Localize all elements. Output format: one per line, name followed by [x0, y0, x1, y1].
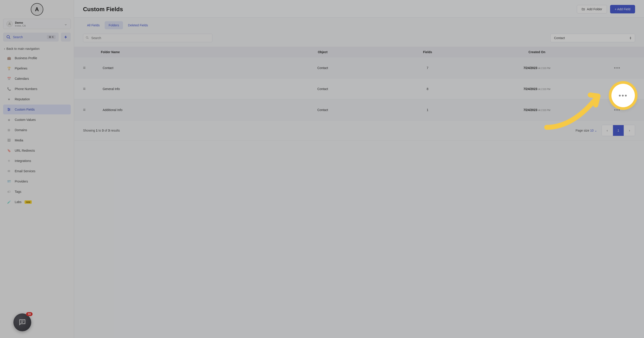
chevron-left-icon: ‹ [4, 47, 5, 51]
folder-plus-icon [582, 7, 585, 11]
svg-point-1 [7, 36, 10, 38]
flash-button[interactable] [61, 33, 71, 42]
back-nav-label: Back to main navigation [6, 47, 40, 51]
back-nav[interactable]: ‹ Back to main navigation [3, 45, 71, 53]
col-created-on: Created On [474, 47, 599, 57]
cell-created: 7/24/2023 At 2:03 PM [474, 66, 599, 70]
tab-deleted-fields[interactable]: Deleted Fields [124, 21, 152, 29]
account-text: Demo Irvine, CA [15, 21, 62, 27]
search-kbd: ⌘ K [47, 35, 56, 39]
cell-fields: 1 [381, 108, 474, 112]
sidebar-item-phone-numbers[interactable]: 📞 Phone Numbers [3, 84, 71, 94]
page-size-selector[interactable]: Page size 10 ⌄ [576, 129, 597, 132]
sidebar-item-label: Media [15, 138, 23, 142]
sidebar-item-custom-values[interactable]: ◈ Custom Values [3, 115, 71, 125]
cell-object: Contact [265, 87, 381, 91]
sidebar-item-domains[interactable]: ⊞ Domains [3, 125, 71, 135]
cell-folder-name[interactable]: General Info [101, 87, 265, 91]
tag-icon: 🏷 [6, 189, 12, 194]
sidebar-item-labs[interactable]: 🧪 Labs new [3, 197, 71, 207]
sidebar-item-label: URL Redirects [15, 149, 35, 152]
cell-fields: 8 [381, 87, 474, 91]
sidebar-item-custom-fields[interactable]: Custom Fields [3, 105, 71, 114]
sidebar-item-label: Pipelines [15, 67, 28, 70]
flask-icon: 🧪 [6, 199, 12, 205]
folders-table: Folder Name Object Fields Created On ≡ C… [74, 47, 644, 120]
sidebar-item-label: Business Profile [15, 56, 37, 60]
search-row: Search ⌘ K [3, 33, 71, 42]
search-input-wrap [83, 34, 212, 42]
pager: ‹ 1 › [602, 125, 635, 136]
chevron-down-icon: ⌄ [64, 22, 68, 26]
add-folder-label: Add Folder [587, 7, 602, 11]
add-field-label: + Add Field [615, 7, 630, 11]
cell-object: Contact [265, 66, 381, 70]
sidebar-item-email-services[interactable]: ✉ Email Services [3, 166, 71, 176]
sidebar-item-url-redirects[interactable]: 🔖 URL Redirects [3, 146, 71, 155]
calendar-icon: 📅 [6, 76, 12, 81]
sidebar: A Demo Irvine, CA ⌄ Search ⌘ K ‹ Back to… [0, 0, 74, 338]
sidebar-item-integrations[interactable]: ⚛ Integrations [3, 156, 71, 166]
user-icon [6, 21, 13, 27]
account-selector[interactable]: Demo Irvine, CA ⌄ [3, 19, 71, 29]
table-row: ≡ General Info Contact 8 7/24/2023 At 2:… [74, 78, 644, 99]
sidebar-item-reputation[interactable]: ★ Reputation [3, 94, 71, 104]
add-field-button[interactable]: + Add Field [610, 5, 635, 14]
grid-icon: ⊞ [6, 127, 12, 133]
cell-folder-name[interactable]: Contact [101, 66, 265, 70]
main-content: Custom Fields Add Folder + Add Field All… [74, 0, 644, 338]
pager-prev[interactable]: ‹ [602, 125, 612, 136]
tabs: All Fields Folders Deleted Fields [74, 18, 644, 29]
sidebar-item-business-profile[interactable]: 💼 Business Profile [3, 53, 71, 63]
drag-handle-icon[interactable]: ≡ [83, 65, 86, 70]
table-body: ≡ Contact Contact 7 7/24/2023 At 2:03 PM… [74, 57, 644, 120]
row-actions-button[interactable]: ••• [614, 65, 620, 71]
page-title: Custom Fields [83, 6, 123, 13]
sidebar-item-label: Calendars [15, 77, 29, 80]
table-footer: Showing 1 to 3 of 3 results Page size 10… [74, 120, 644, 141]
filter-icon: 🏆 [6, 66, 12, 71]
search-input[interactable] [83, 34, 212, 42]
phone-icon: 📞 [6, 86, 12, 92]
sidebar-item-label: Tags [15, 190, 22, 194]
pager-next[interactable]: › [624, 125, 635, 136]
object-select[interactable]: Contact ▲▼ [550, 34, 635, 42]
account-location: Irvine, CA [15, 24, 62, 27]
star-icon: ★ [6, 96, 12, 102]
sidebar-item-pipelines[interactable]: 🏆 Pipelines [3, 63, 71, 73]
drag-handle-icon[interactable]: ≡ [83, 86, 86, 91]
drag-handle-icon[interactable]: ≡ [83, 107, 86, 112]
briefcase-icon: 💼 [6, 55, 12, 61]
id-card-icon: 🪪 [6, 179, 12, 184]
image-icon: 🖼 [6, 138, 12, 143]
chevrons-updown-icon: ▲▼ [629, 36, 632, 39]
svg-point-8 [8, 110, 9, 111]
cell-object: Contact [265, 108, 381, 112]
tab-all-fields[interactable]: All Fields [83, 21, 104, 29]
sidebar-item-label: Phone Numbers [15, 87, 37, 91]
search-icon [6, 35, 11, 39]
svg-line-14 [88, 38, 88, 39]
search-button[interactable]: Search ⌘ K [3, 33, 59, 42]
brand-logo-row: A [3, 3, 71, 16]
cell-folder-name[interactable]: Additional Info [101, 108, 265, 112]
chat-widget[interactable]: 10 [14, 313, 31, 331]
cell-fields: 7 [381, 66, 474, 70]
showing-text: Showing 1 to 3 of 3 results [83, 129, 120, 132]
sidebar-item-label: Email Services [15, 169, 36, 173]
row-actions-button[interactable]: ••• [614, 86, 620, 92]
bolt-icon [64, 35, 68, 39]
sidebar-item-label: Custom Values [15, 118, 36, 121]
tab-folders[interactable]: Folders [105, 21, 123, 29]
sidebar-item-calendars[interactable]: 📅 Calendars [3, 74, 71, 84]
sidebar-item-media[interactable]: 🖼 Media [3, 135, 71, 145]
sidebar-item-label: Labs [15, 200, 22, 204]
sidebar-item-tags[interactable]: 🏷 Tags [3, 187, 71, 197]
pager-page-1[interactable]: 1 [613, 125, 624, 136]
brand-logo: A [31, 3, 43, 16]
row-actions-button[interactable]: ••• [614, 107, 620, 113]
add-folder-button[interactable]: Add Folder [577, 5, 607, 14]
sidebar-item-providers[interactable]: 🪪 Providers [3, 177, 71, 186]
svg-point-13 [86, 36, 88, 38]
sidebar-item-label: Integrations [15, 159, 31, 163]
